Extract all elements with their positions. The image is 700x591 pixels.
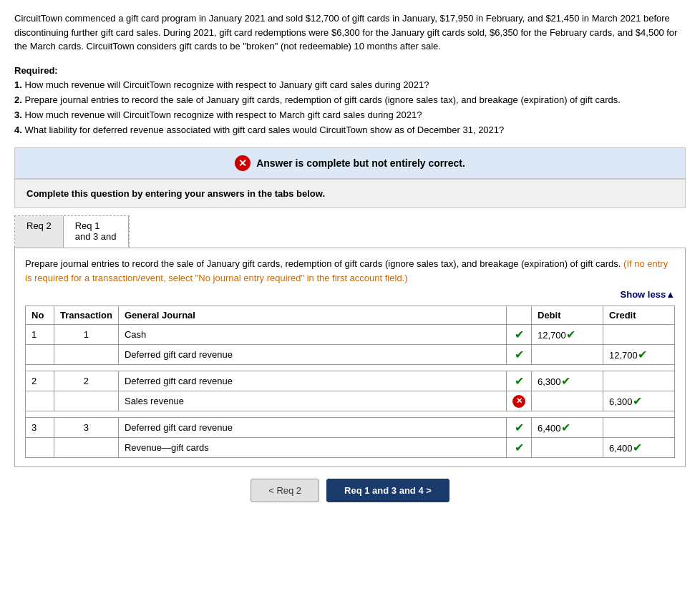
row-no: 3 [26, 418, 54, 438]
row-journal[interactable]: Sales revenue [118, 391, 506, 411]
col-no: No [26, 306, 54, 325]
req-item-2: 2. Prepare journal entries to record the… [14, 94, 621, 105]
row-credit[interactable] [603, 325, 675, 345]
error-icon: ✕ [512, 395, 525, 408]
check-icon: ✔ [515, 375, 524, 387]
row-journal[interactable]: Deferred gift card revenue [118, 345, 506, 365]
intro-paragraph: CircuitTown commenced a gift card progra… [14, 11, 686, 54]
check-icon: ✔ [515, 441, 524, 454]
col-credit: Credit [603, 306, 675, 325]
row-credit[interactable]: 6,400✔ [603, 438, 675, 458]
debit-check-icon: ✔ [561, 421, 570, 434]
req-item-1: 1. How much revenue will CircuitTown rec… [14, 79, 429, 90]
prev-button[interactable]: < Req 2 [251, 479, 319, 502]
req-item-4: 4. What liability for deferred revenue a… [14, 124, 504, 135]
table-row: 3 3 Deferred gift card revenue ✔ 6,400✔ [26, 418, 675, 438]
tab-desc-main: Prepare journal entries to record the sa… [25, 258, 623, 269]
row-debit[interactable]: 6,300✔ [532, 371, 603, 391]
table-row: 2 2 Deferred gift card revenue ✔ 6,300✔ [26, 371, 675, 391]
row-check: ✔ [507, 371, 532, 391]
row-check: ✔ [507, 345, 532, 365]
tab-content-area: Prepare journal entries to record the sa… [14, 248, 686, 467]
debit-check-icon: ✔ [566, 328, 575, 341]
check-icon: ✔ [515, 328, 524, 341]
row-check: ✔ [507, 418, 532, 438]
row-credit[interactable] [603, 371, 675, 391]
row-transaction: 3 [54, 418, 119, 438]
col-debit: Debit [532, 306, 603, 325]
row-no: 1 [26, 325, 54, 345]
row-no [26, 391, 54, 411]
table-row: 1 1 Cash ✔ 12,700✔ [26, 325, 675, 345]
row-check: ✔ [507, 438, 532, 458]
row-debit[interactable] [532, 345, 603, 365]
tab-description: Prepare journal entries to record the sa… [25, 257, 675, 285]
row-transaction [54, 438, 119, 458]
req-item-3: 3. How much revenue will CircuitTown rec… [14, 109, 422, 120]
debit-check-icon: ✔ [561, 375, 570, 387]
row-journal[interactable]: Deferred gift card revenue [118, 371, 506, 391]
row-credit[interactable] [603, 418, 675, 438]
row-no: 2 [26, 371, 54, 391]
tab-req2[interactable]: Req 2 [15, 216, 64, 248]
row-check: ✕ [507, 391, 532, 411]
row-transaction: 1 [54, 325, 119, 345]
check-icon: ✔ [515, 421, 524, 434]
tab-req1-3[interactable]: Req 1and 3 and [64, 216, 129, 248]
row-credit[interactable]: 12,700✔ [603, 345, 675, 365]
error-icon: ✕ [235, 155, 251, 171]
row-journal[interactable]: Deferred gift card revenue [118, 418, 506, 438]
table-row: Revenue—gift cards ✔ 6,400✔ [26, 438, 675, 458]
required-title: Required: [14, 65, 58, 76]
show-less-button[interactable]: Show less▲ [25, 289, 675, 300]
row-debit[interactable] [532, 391, 603, 411]
journal-table: No Transaction General Journal Debit Cre… [25, 306, 675, 458]
complete-section: Complete this question by entering your … [14, 179, 686, 208]
row-credit[interactable]: 6,300✔ [603, 391, 675, 411]
col-general-journal: General Journal [118, 306, 506, 325]
row-debit[interactable]: 6,400✔ [532, 418, 603, 438]
row-transaction [54, 345, 119, 365]
table-row: Deferred gift card revenue ✔ 12,700✔ [26, 345, 675, 365]
col-transaction: Transaction [54, 306, 119, 325]
table-row: Sales revenue ✕ 6,300✔ [26, 391, 675, 411]
bottom-nav: < Req 2 Req 1 and 3 and 4 > [14, 479, 686, 502]
answer-banner: ✕ Answer is complete but not entirely co… [14, 147, 686, 179]
row-debit[interactable]: 12,700✔ [532, 325, 603, 345]
row-no [26, 438, 54, 458]
credit-check-icon: ✔ [633, 441, 642, 454]
col-check [507, 306, 532, 325]
complete-text: Complete this question by entering your … [26, 188, 325, 199]
row-no [26, 345, 54, 365]
tabs-container: Req 2 Req 1and 3 and [14, 215, 130, 248]
answer-banner-text: Answer is complete but not entirely corr… [256, 157, 465, 169]
row-transaction: 2 [54, 371, 119, 391]
separator-row [26, 411, 675, 418]
separator-row [26, 365, 675, 371]
next-button[interactable]: Req 1 and 3 and 4 > [326, 479, 449, 502]
required-section: Required: 1. How much revenue will Circu… [14, 64, 686, 138]
row-transaction [54, 391, 119, 411]
row-journal[interactable]: Revenue—gift cards [118, 438, 506, 458]
credit-check-icon: ✔ [638, 348, 647, 361]
check-icon: ✔ [515, 348, 524, 361]
row-journal[interactable]: Cash [118, 325, 506, 345]
credit-check-icon: ✔ [633, 395, 642, 407]
row-check: ✔ [507, 325, 532, 345]
row-debit[interactable] [532, 438, 603, 458]
